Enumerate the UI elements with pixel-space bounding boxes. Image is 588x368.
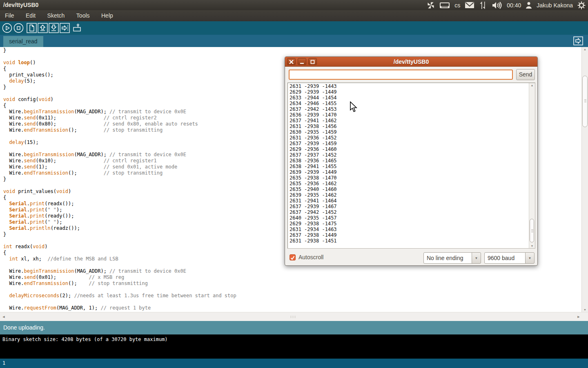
volume-icon[interactable] [492,1,502,9]
keyboard-layout-icon[interactable] [439,2,450,9]
baud-dropdown-icon[interactable]: ▼ [525,252,535,264]
pinwheel-indicator-icon[interactable] [427,1,435,9]
serial-monitor-window: /dev/ttyUSB0 Send 2631 -2939 -1443 2629 … [285,56,538,266]
verify-button[interactable] [2,23,12,33]
serial-input[interactable] [289,70,513,80]
scroll-left-icon[interactable]: ◀ [2,315,6,319]
serial-monitor-titlebar[interactable]: /dev/ttyUSB0 [285,57,537,67]
mail-icon[interactable] [465,2,474,9]
save-button[interactable] [49,23,59,33]
scroll-up-icon[interactable]: ▲ [582,48,588,51]
line-ending-dropdown-icon[interactable]: ▼ [472,252,481,264]
autoscroll-label[interactable]: Autoscroll [298,254,323,260]
system-tray: cs 00:40 Jakub Kakona [427,0,586,10]
autoscroll-checkbox[interactable] [290,254,296,260]
serial-lines: 2631 -2939 -1443 2629 -2939 -1449 2633 -… [290,83,337,244]
window-title: /dev/ttyUSB0 [3,0,38,10]
serial-output-area[interactable]: 2631 -2939 -1443 2629 -2939 -1449 2633 -… [287,83,535,249]
toolbar [0,21,588,35]
user-icon [526,2,532,9]
send-button[interactable]: Send [516,69,535,80]
menu-file[interactable]: File [0,10,19,21]
build-console: Binary sketch size: 4208 bytes (of a 307… [0,334,588,359]
serial-monitor-title: /dev/ttyUSB0 [285,57,537,67]
top-panel: /dev/ttyUSB0 cs 00:40 Jakub Kakona [0,0,588,10]
keyboard-layout-label[interactable]: cs [454,2,460,9]
serial-scroll-thumb[interactable] [530,219,534,242]
status-message: Done uploading. [3,321,45,334]
upload-button[interactable] [60,23,70,33]
menu-tools[interactable]: Tools [71,10,95,21]
serial-scroll-up-icon[interactable]: ▲ [529,84,535,87]
menu-sketch[interactable]: Sketch [42,10,70,21]
scroll-down-icon[interactable]: ▼ [582,308,588,311]
user-name-label[interactable]: Jakub Kakona [537,2,573,9]
clock-label[interactable]: 00:40 [507,2,521,9]
serial-monitor-button[interactable] [72,23,82,33]
tab-label: serial_read [9,38,37,45]
status-bar: Done uploading. [0,321,588,334]
network-arrows-icon[interactable] [479,1,487,9]
new-sketch-button[interactable] [27,23,37,33]
serial-scroll-down-icon[interactable]: ▼ [529,245,535,247]
tab-menu-icon[interactable] [573,36,583,45]
mouse-cursor [350,101,358,114]
code-content: } void loop(){ print_values(); delay(5);… [3,47,236,311]
menu-help[interactable]: Help [96,10,118,21]
tab-serial-read[interactable]: serial_read [3,36,43,47]
menubar: File Edit Sketch Tools Help [0,10,588,21]
console-output: Binary sketch size: 4208 bytes (of a 307… [2,337,168,342]
open-button[interactable] [38,23,48,33]
serial-scrollbar[interactable]: ▲ ▼ [529,83,535,248]
editor-scroll-thumb[interactable] [582,76,588,127]
editor-horizontal-scrollbar[interactable]: ◀ ▶ [0,312,588,321]
scroll-right-icon[interactable]: ▶ [577,315,581,319]
stop-button[interactable] [13,23,24,33]
baud-rate-select[interactable]: 9600 baud [484,252,526,264]
menu-edit[interactable]: Edit [21,10,40,21]
line-number-indicator: 1 [2,359,5,368]
session-gear-icon[interactable] [577,1,586,9]
line-number-strip: 1 [0,359,588,368]
line-ending-select[interactable]: No line ending [423,252,472,264]
editor-vertical-scrollbar[interactable]: ▲ ▼ [581,47,588,312]
tab-bar: serial_read [0,35,588,47]
